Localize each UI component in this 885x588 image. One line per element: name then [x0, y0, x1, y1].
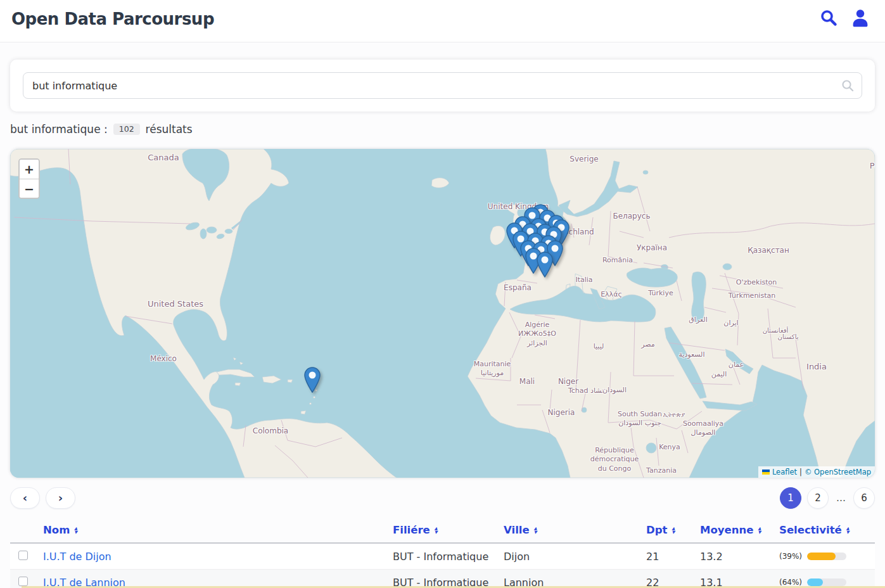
table-body: I.U.T de DijonBUT - InformatiqueDijon211… [10, 544, 875, 588]
results-table: Nom▲▼Filiére▲▼Ville▲▼Dpt▲▼Moyenne▲▼Selec… [10, 517, 875, 588]
results-summary: but informatique : 102 résultats [10, 122, 875, 136]
user-icon[interactable] [850, 7, 871, 29]
page-title: Open Data Parcoursup [11, 10, 874, 29]
column-header-filiére[interactable]: Filiére▲▼ [393, 524, 504, 536]
column-header-selectivité[interactable]: Selectivité▲▼ [779, 524, 875, 536]
page-button-2[interactable]: 2 [807, 487, 829, 509]
column-label: Filiére [393, 524, 430, 536]
school-link[interactable]: I.U.T de Dijon [43, 551, 111, 563]
sort-icon: ▲▼ [74, 527, 77, 534]
column-label: Ville [504, 524, 530, 536]
selectivity-bar [807, 578, 846, 586]
selectivity-percent: (39%) [779, 552, 802, 561]
results-suffix: résultats [146, 123, 193, 136]
cell-ville: Dijon [504, 551, 646, 563]
row-checkbox[interactable] [18, 551, 28, 560]
search-input[interactable] [23, 72, 862, 99]
column-label: Nom [43, 524, 70, 536]
table-row: I.U.T de DijonBUT - InformatiqueDijon211… [10, 544, 875, 570]
top-bar: Open Data Parcoursup [0, 0, 885, 42]
leaflet-link[interactable]: Leaflet [772, 468, 797, 476]
next-page-button[interactable]: › [46, 487, 75, 509]
selectivity-bar [807, 553, 846, 560]
cell-filiere: BUT - Informatique [393, 551, 504, 563]
map[interactable]: CanadaUnited StatesMéxicoColombiaSverige… [10, 149, 875, 478]
selectivity-bar-fill [807, 553, 836, 560]
page-button-1[interactable]: 1 [780, 487, 801, 509]
openstreetmap-link[interactable]: © OpenStreetMap [805, 468, 871, 476]
selectivity-bar-fill [807, 578, 823, 586]
map-marker[interactable] [537, 252, 553, 278]
column-label: Selectivité [779, 524, 842, 536]
zoom-out-button[interactable]: − [20, 179, 39, 198]
pagination-nav: ‹ › [10, 487, 75, 509]
input-search-icon [841, 79, 855, 93]
map-markers-layer [10, 149, 875, 478]
column-label: Dpt [646, 524, 667, 536]
table-header: Nom▲▼Filiére▲▼Ville▲▼Dpt▲▼Moyenne▲▼Selec… [10, 517, 875, 544]
sort-icon: ▲▼ [435, 527, 438, 534]
search-icon[interactable] [818, 7, 839, 29]
pagination-ellipsis: … [836, 492, 846, 504]
column-header-nom[interactable]: Nom▲▼ [43, 524, 393, 536]
previous-page-button[interactable]: ‹ [10, 487, 40, 509]
cell-dpt: 21 [646, 551, 700, 563]
top-icons [818, 7, 871, 29]
column-header-ville[interactable]: Ville▲▼ [504, 524, 646, 536]
selectivity-percent: (64%) [779, 578, 802, 587]
column-header-moyenne[interactable]: Moyenne▲▼ [700, 524, 779, 536]
cell-moyenne: 13.2 [700, 551, 779, 563]
ukraine-flag-icon [762, 470, 770, 475]
pagination: ‹ › 12…6 [10, 487, 875, 509]
table-row: I.U.T de LannionBUT - InformatiqueLannio… [10, 570, 875, 588]
row-checkbox[interactable] [18, 577, 28, 586]
map-attribution: Leaflet | © OpenStreetMap [758, 466, 875, 478]
attribution-separator: | [799, 468, 802, 476]
map-zoom-control: + − [18, 158, 40, 199]
column-label: Moyenne [700, 524, 753, 536]
results-count-badge: 102 [113, 124, 140, 136]
page-button-6[interactable]: 6 [853, 487, 875, 509]
pagination-pages: 12…6 [780, 487, 875, 509]
column-header-dpt[interactable]: Dpt▲▼ [646, 524, 700, 536]
zoom-in-button[interactable]: + [20, 160, 39, 179]
sort-icon: ▲▼ [672, 527, 675, 534]
results-query: but informatique : [10, 123, 108, 136]
sort-icon: ▲▼ [758, 527, 761, 534]
cell-selectivite: (39%) [779, 552, 875, 561]
search-card [10, 60, 875, 112]
sort-icon: ▲▼ [846, 527, 850, 534]
map-marker[interactable] [304, 367, 321, 393]
sort-icon: ▲▼ [534, 527, 537, 534]
cell-selectivite: (64%) [779, 578, 875, 587]
